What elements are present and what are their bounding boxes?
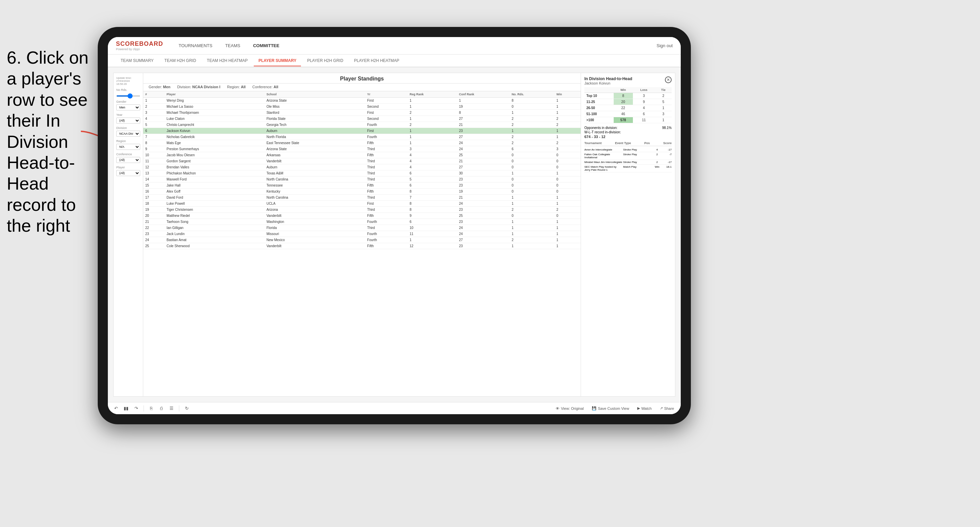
cell-player: Christo Lamprecht [164,122,264,128]
h2h-cell-tie: 3 [655,111,671,117]
filter-year-label: Year [116,113,140,116]
tab-player-h2h-heatmap[interactable]: PLAYER H2H HEATMAP [350,56,404,66]
table-row[interactable]: 12 Brendan Valles Auburn Third 4 27 0 0 [143,164,581,170]
table-row[interactable]: 15 Jake Hall Tennessee Fifth 6 23 0 0 [143,183,581,189]
cell-player: Ian Gilligan [164,225,264,231]
nav-committee[interactable]: COMMITTEE [248,41,285,50]
table-row[interactable]: 21 Taehoon Song Washington Fourth 6 23 1… [143,219,581,225]
table-row[interactable]: 22 Ian Gilligan Florida Third 10 24 1 1 [143,225,581,231]
tourn-type: Stroke Play [623,153,652,159]
tab-team-summary[interactable]: TEAM SUMMARY [116,56,158,66]
share-button[interactable]: ↗ Share [657,405,677,412]
cell-reg-rank: 9 [407,213,457,219]
table-row[interactable]: 2 Michael La Sasso Ole Miss Second 1 19 … [143,104,581,110]
cell-conf-rank: 21 [457,158,509,164]
standings-container: Update time: 27/03/2024 16:56:26 No Rds.… [113,73,675,397]
cell-school: Auburn [264,128,365,134]
table-row[interactable]: 4 Luke Claton Florida State Second 1 27 … [143,116,581,122]
nav-teams[interactable]: TEAMS [220,41,246,50]
instruction-text: 6. Click on a player's row to see their … [0,40,101,243]
cell-win: 0 [554,176,581,183]
table-row[interactable]: 10 Jacob Mou Olesen Arkansas Fifth 4 25 … [143,152,581,158]
table-row[interactable]: 16 Alex Goff Kentucky Fifth 8 19 0 0 [143,189,581,195]
watch-button[interactable]: ▶ Watch [635,405,654,412]
table-row[interactable]: 20 Matthew Riedel Vanderbilt Fifth 9 25 … [143,213,581,219]
close-h2h-button[interactable]: ✕ [665,76,671,83]
redo-button[interactable]: ↷ [132,405,140,413]
table-row[interactable]: 3 Michael Thorbjornsen Stanford First 2 … [143,110,581,116]
filter-conference-section: Conference (All) [116,152,140,163]
toolbar-right: 👁 View: Original 💾 Save Custom View ▶ Wa… [553,405,677,412]
cell-school: North Florida [264,134,365,140]
cell-reg-rank: 8 [407,207,457,213]
table-row[interactable]: 5 Christo Lamprecht Georgia Tech Fourth … [143,122,581,128]
table-row[interactable]: 13 Phichaksn Maichon Texas A&M Third 6 3… [143,170,581,176]
tab-team-h2h-grid[interactable]: TEAM H2H GRID [160,56,201,66]
cell-yr: Fourth [365,122,408,128]
cell-conf-rank: 25 [457,152,509,158]
filter-conference-dropdown[interactable]: (All) [116,157,140,163]
copy-button[interactable]: ⎘ [147,405,155,413]
pause-button[interactable]: ▮▮ [122,405,130,413]
paste-button[interactable]: ⎙ [158,405,165,413]
cell-win: 2 [554,140,581,146]
cell-conf-rank: 30 [457,170,509,176]
cell-reg-rank: 5 [407,176,457,183]
cell-num: 10 [143,152,164,158]
table-row[interactable]: 17 David Ford North Carolina Third 7 21 … [143,195,581,201]
sign-out-button[interactable]: Sign out [657,43,673,48]
col-conf-rank: Conf Rank [457,91,509,98]
cell-reg-rank: 2 [407,122,457,128]
data-button[interactable]: ☰ [167,405,176,413]
table-row[interactable]: 7 Nicholas Gabrelcik North Florida Fourt… [143,134,581,140]
cell-conf-rank: 23 [457,176,509,183]
tourn-score: 18-1 [662,165,671,171]
table-row[interactable]: 19 Tiger Christensen Arizona Third 8 23 … [143,207,581,213]
cell-player: David Ford [164,195,264,201]
refresh-button[interactable]: ↻ [183,405,191,413]
cell-player: Bastian Amat [164,237,264,243]
toolbar-sep-1 [143,405,144,411]
cell-yr: Fifth [365,213,408,219]
cell-school: North Carolina [264,195,365,201]
h2h-cell-rank: >100 [584,117,614,123]
view-original-button[interactable]: 👁 View: Original [553,405,586,412]
cell-win: 3 [554,146,581,152]
cell-win: 0 [554,164,581,170]
nav-tournaments[interactable]: TOURNAMENTS [173,41,218,50]
cell-player: Phichaksn Maichon [164,170,264,176]
cell-conf-rank: 23 [457,219,509,225]
table-row[interactable]: 11 Gordon Sargent Vanderbilt Third 4 21 … [143,158,581,164]
cell-reg-rank: 1 [407,140,457,146]
table-row[interactable]: 24 Bastian Amat New Mexico Fourth 1 27 2… [143,237,581,243]
table-row[interactable]: 25 Cole Sherwood Vanderbilt Fifth 12 23 … [143,243,581,249]
filter-player-dropdown[interactable]: (All) [116,170,140,176]
undo-button[interactable]: ↶ [112,405,120,413]
table-row[interactable]: 9 Preston Summerhays Arizona State Third… [143,146,581,152]
cell-win: 1 [554,134,581,140]
tab-player-h2h-grid[interactable]: PLAYER H2H GRID [302,56,348,66]
col-reg-rank: Reg Rank [407,91,457,98]
cell-win: 1 [554,104,581,110]
table-row[interactable]: 8 Mats Ege East Tennessee State Fifth 1 … [143,140,581,146]
cell-num: 7 [143,134,164,140]
rounds-slider[interactable] [116,94,140,97]
save-custom-button[interactable]: 💾 Save Custom View [589,405,632,412]
tab-player-summary[interactable]: PLAYER SUMMARY [254,56,301,66]
table-row[interactable]: 14 Maxwell Ford North Carolina Third 5 2… [143,176,581,183]
table-row[interactable]: 18 Luke Powell UCLA First 8 24 1 1 [143,201,581,207]
cell-player: Mats Ege [164,140,264,146]
cell-yr: Second [365,116,408,122]
h2h-row: Top 10 8 3 2 [584,93,671,99]
filter-gender-dropdown[interactable]: Men [116,105,140,110]
cell-yr: Fourth [365,134,408,140]
tourn-name: Amer An Intercollegiate [584,148,623,151]
filter-year-dropdown[interactable]: (All) [116,117,140,124]
table-row[interactable]: 1 Wenyi Ding Arizona State First 1 1 8 1 [143,98,581,104]
filter-region-dropdown[interactable]: N/A [116,144,140,150]
table-row[interactable]: 6 Jackson Koivun Auburn First 1 23 1 1 [143,128,581,134]
table-row[interactable]: 23 Jack Lundin Missouri Fourth 11 24 1 1 [143,231,581,237]
tourn-type: Stroke Play [623,148,652,151]
tab-team-h2h-heatmap[interactable]: TEAM H2H HEATMAP [202,56,252,66]
filter-division-dropdown[interactable]: NCAA Division I [116,131,140,137]
